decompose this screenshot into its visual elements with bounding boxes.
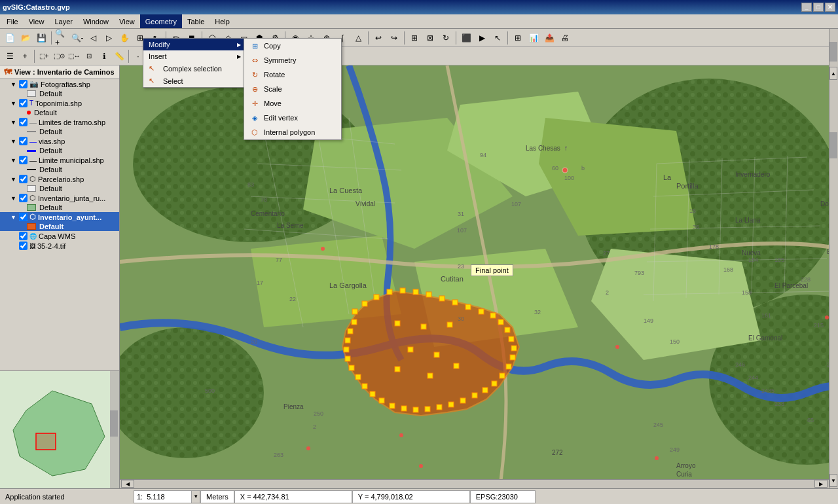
zoom-in-btn[interactable]: 🔍+ [54, 31, 69, 45]
layer-default-limites[interactable]: Default [0, 127, 119, 136]
submenu-symmetry[interactable]: ⇔ Symmetry [244, 53, 341, 67]
layer-check-vias[interactable] [19, 137, 27, 145]
menu-window[interactable]: Window [78, 14, 114, 28]
layer-check-toponimia[interactable] [19, 99, 27, 107]
zoom-selection-btn[interactable]: ⬚⊙ [52, 49, 66, 63]
map-vscroll-thumb[interactable] [829, 132, 837, 158]
scroll-down-btn[interactable]: ▼ [829, 474, 837, 487]
layer-default-limite[interactable]: Default [0, 165, 119, 174]
submenu-internal-polygon[interactable]: ⬡ Internal polygon [244, 125, 341, 139]
table-btn[interactable]: ⊞ [511, 31, 525, 45]
scroll-up-btn[interactable]: ▲ [829, 67, 837, 80]
expand-inv-ayunt[interactable]: ▼ [10, 214, 17, 221]
expand-parcelario[interactable]: ▼ [10, 176, 17, 183]
expand-toponimia[interactable]: ▼ [10, 100, 17, 107]
layer-item-fotografias[interactable]: ▼ 📷 Fotografias.shp [0, 79, 119, 89]
expand-vias[interactable]: ▼ [10, 138, 17, 145]
zoom-window-btn[interactable]: ⬚+ [37, 49, 51, 63]
stop-btn[interactable]: ⬛ [459, 31, 473, 45]
menu-modify[interactable]: Modify [143, 39, 244, 50]
expand-fotografias[interactable]: ▼ [10, 81, 17, 88]
menu-layer[interactable]: Layer [49, 14, 78, 28]
scale-input[interactable] [145, 493, 191, 501]
layer-item-tif[interactable]: 🖼 35-2-4.tif [0, 241, 119, 251]
menu-geometry[interactable]: Geometry [140, 14, 182, 28]
zoom-next-btn[interactable]: ▷ [101, 31, 116, 45]
layer-default-fotografias[interactable]: Default [0, 89, 119, 98]
scale-selector[interactable]: 1: ▼ [134, 490, 200, 503]
scroll-right-btn[interactable]: ▶ [814, 480, 828, 488]
minimap-scrollbar[interactable] [110, 371, 119, 488]
print-btn[interactable]: 🖨 [558, 31, 572, 45]
undo-btn[interactable]: ↩ [371, 31, 386, 45]
layer-default-toponimia[interactable]: Default [0, 108, 119, 117]
layer-check-tif[interactable] [19, 242, 27, 250]
chart-btn[interactable]: 📊 [526, 31, 541, 45]
scroll-left-btn[interactable]: ◀ [121, 480, 134, 488]
layer-item-parcelario[interactable]: ▼ ⬡ Parcelario.shp [0, 174, 119, 184]
map-hscrollbar[interactable]: ◀ ▶ [120, 479, 829, 488]
maximize-button[interactable]: □ [813, 3, 824, 12]
menu-help[interactable]: Help [210, 14, 235, 28]
cursor-btn[interactable]: ↖ [490, 31, 505, 45]
layer-item-limites[interactable]: ▼ — Limites de tramo.shp [0, 117, 119, 127]
expand-inv-junta[interactable]: ▼ [10, 195, 17, 202]
layer-item-wms[interactable]: 🌐 Capa WMS [0, 231, 119, 241]
layer-check-inv-junta[interactable] [19, 194, 27, 202]
zoom-full-btn[interactable]: ⊡ [82, 49, 96, 63]
measure-btn[interactable]: 📏 [112, 49, 126, 63]
layer-default-inv-junta[interactable]: Default [0, 203, 119, 212]
scale-dropdown-btn[interactable]: ▼ [191, 491, 200, 503]
export-btn[interactable]: 📤 [542, 31, 556, 45]
layer-check-limites[interactable] [19, 118, 27, 126]
zoom-layer-btn[interactable]: ⬚↔ [67, 49, 81, 63]
save-btn[interactable]: 💾 [34, 31, 48, 45]
snapping-btn[interactable]: ⊞ [407, 31, 422, 45]
zoom-out-btn[interactable]: 🔍- [70, 31, 84, 45]
menu-complex-selection[interactable]: ↖ Complex selection [143, 62, 244, 75]
layer-item-inv-junta[interactable]: ▼ ⬡ Inventario_junta_ru... [0, 193, 119, 203]
layer-default-parcelario[interactable]: Default [0, 184, 119, 193]
submenu-edit-vertex[interactable]: ◈ Edit vertex [244, 111, 341, 125]
layer-item-limite-municipal[interactable]: ▼ — Limite municipal.shp [0, 155, 119, 165]
map-vscrollbar[interactable]: ▲ ▼ [829, 65, 838, 488]
layer-check-inv-ayunt[interactable] [19, 213, 27, 221]
tolerance-btn[interactable]: ⊠ [423, 31, 437, 45]
pan-btn[interactable]: ✋ [117, 31, 132, 45]
minimize-button[interactable]: _ [801, 3, 812, 12]
submenu-move[interactable]: ✛ Move [244, 96, 341, 111]
layer-check-limite[interactable] [19, 156, 27, 164]
expand-limite[interactable]: ▼ [10, 157, 17, 164]
expand-limites[interactable]: ▼ [10, 119, 17, 126]
layer-item-inv-ayunt[interactable]: ▼ ⬡ Inventario_ayunt... [0, 212, 119, 222]
new-btn[interactable]: 📄 [3, 31, 17, 45]
polygon-btn[interactable]: △ [351, 31, 365, 45]
layer-default-inv-ayunt[interactable]: Default [0, 222, 119, 231]
submenu-copy[interactable]: ⊞ Copy [244, 39, 341, 53]
layer-check-parcelario[interactable] [19, 175, 27, 183]
play-btn[interactable]: ▶ [475, 31, 489, 45]
close-button[interactable]: ✕ [825, 3, 835, 12]
menu-select[interactable]: ↖ Select [143, 75, 244, 87]
menu-file[interactable]: File [1, 14, 24, 28]
redo-btn[interactable]: ↪ [387, 31, 401, 45]
add-layer-btn[interactable]: + [18, 49, 32, 63]
menu-table[interactable]: Table [182, 14, 210, 28]
scroll-thumb[interactable] [110, 410, 118, 437]
menu-insert[interactable]: Insert [143, 50, 244, 62]
open-btn[interactable]: 📂 [18, 31, 33, 45]
layer-default-vias[interactable]: Default [0, 146, 119, 155]
menu-view[interactable]: View [114, 14, 140, 28]
layer-check-wms[interactable] [19, 232, 27, 240]
layer-toggle-btn[interactable]: ☰ [3, 49, 17, 63]
layer-item-vias[interactable]: ▼ — vias.shp [0, 136, 119, 146]
menu-view-show[interactable]: View [24, 14, 50, 28]
submenu-scale[interactable]: ⊕ Scale [244, 82, 341, 96]
identify-btn[interactable]: ℹ [97, 49, 111, 63]
layer-check-fotografias[interactable] [19, 80, 27, 88]
map-area[interactable]: La Cuesta Cementario La Serne Vívidal Cu… [120, 65, 838, 488]
refresh-btn[interactable]: ↻ [439, 31, 453, 45]
submenu-rotate[interactable]: ↻ Rotate [244, 67, 341, 82]
layer-item-toponimia[interactable]: ▼ T Toponimia.shp [0, 98, 119, 108]
zoom-prev-btn[interactable]: ◁ [86, 31, 100, 45]
